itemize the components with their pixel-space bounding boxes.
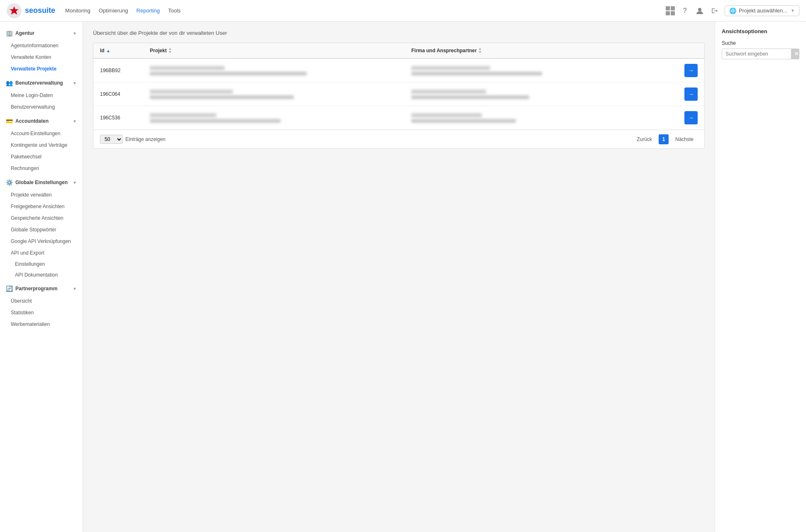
row3-projekt-line2 (150, 119, 281, 123)
pagination-bar: 50 25 100 Einträge anzeigen Zurück 1 Näc… (93, 130, 704, 148)
sidebar-section-header-benutzerverwaltung[interactable]: 👥 Benutzerverwaltung ▼ (0, 76, 83, 90)
row1-firma-line1 (411, 66, 490, 70)
globale-einstellungen-icon: ⚙️ (6, 179, 13, 186)
sidebar-item-meine-login-daten[interactable]: Meine Login-Daten (0, 90, 83, 101)
search-label: Suche (722, 40, 799, 46)
row1-navigate-button[interactable]: → (684, 64, 698, 77)
row2-firma-line2 (411, 95, 529, 99)
grid-view-icon[interactable] (666, 6, 675, 15)
search-input-wrap: ✕ (722, 49, 799, 59)
accountdaten-chevron: ▼ (73, 119, 77, 124)
sidebar-item-google-api[interactable]: Google API Verknüpfungen (0, 236, 83, 247)
user-icon[interactable] (695, 6, 705, 16)
sidebar-item-agenturinformationen[interactable]: Agenturinformationen (0, 40, 83, 51)
benutzerverwaltung-icon: 👥 (6, 80, 13, 86)
table-row: 196C064 → (93, 83, 704, 106)
row3-id: 196C536 (100, 115, 150, 121)
row3-projekt (150, 113, 411, 123)
sort-arrows-firma: ▲▼ (479, 47, 482, 54)
svg-point-2 (698, 8, 701, 11)
sort-arrows-projekt: ▲▼ (169, 47, 172, 54)
row2-firma (411, 90, 673, 99)
sidebar-item-verwaltete-konten[interactable]: Verwaltete Konten (0, 51, 83, 63)
row2-navigate-button[interactable]: → (684, 87, 698, 101)
sidebar-section-header-accountdaten[interactable]: 💳 Accountdaten ▼ (0, 114, 83, 128)
partnerprogramm-label: Partnerprogramm (15, 286, 57, 292)
nav-optimierung[interactable]: Optimierung (99, 6, 128, 15)
project-selector[interactable]: 🌐 Projekt auswählen... ▼ (725, 5, 799, 16)
help-icon[interactable]: ? (680, 6, 690, 16)
row1-projekt-line1 (150, 66, 225, 70)
search-input[interactable] (722, 49, 791, 59)
sidebar-item-account-einstellungen[interactable]: Account-Einstellungen (0, 128, 83, 139)
per-page-label: Einträge anzeigen (125, 136, 166, 142)
sidebar-item-projekte-verwalten[interactable]: Projekte verwalten (0, 189, 83, 201)
th-firma[interactable]: Firma und Ansprechpartner ▲▼ (411, 47, 673, 54)
row1-action: → (673, 64, 698, 77)
benutzerverwaltung-label: Benutzerverwaltung (15, 80, 63, 86)
per-page-dropdown[interactable]: 50 25 100 (100, 135, 123, 144)
sidebar-item-werbematerialien[interactable]: Werbematerialien (0, 318, 83, 330)
agentur-icon: 🏢 (6, 30, 13, 36)
sidebar-section-header-agentur[interactable]: 🏢 Agentur ▼ (0, 27, 83, 40)
sidebar-section-agentur: 🏢 Agentur ▼ Agenturinformationen Verwalt… (0, 27, 83, 75)
logo-text: seosuite (25, 6, 55, 15)
sidebar-item-gespeicherte-ansichten[interactable]: Gespeicherte Ansichten (0, 212, 83, 224)
row1-projekt (150, 66, 411, 75)
project-selector-label: Projekt auswählen... (739, 7, 787, 14)
nav-reporting[interactable]: Reporting (137, 6, 160, 15)
sidebar-item-rechnungen[interactable]: Rechnungen (0, 163, 83, 174)
accountdaten-icon: 💳 (6, 118, 13, 124)
agentur-label: Agentur (15, 30, 34, 36)
sidebar-item-statistiken[interactable]: Statistiken (0, 307, 83, 318)
sidebar-item-freigegebene-ansichten[interactable]: Freigegebene Ansichten (0, 201, 83, 212)
sidebar-item-einstellungen[interactable]: Einstellungen (0, 259, 83, 270)
row2-id: 196C064 (100, 91, 150, 97)
sidebar-item-kontingente[interactable]: Kontingente und Verträge (0, 139, 83, 151)
row3-firma (411, 113, 673, 123)
sidebar-section-globale-einstellungen: ⚙️ Globale Einstellungen ▼ Projekte verw… (0, 176, 83, 280)
sidebar-section-partnerprogramm: 🔄 Partnerprogramm ▼ Übersicht Statistike… (0, 282, 83, 330)
sidebar-item-paketwechsel[interactable]: Paketwechsel (0, 151, 83, 163)
row2-projekt (150, 90, 411, 99)
right-panel-title: Ansichtsoptionen (722, 28, 799, 34)
sidebar-section-accountdaten: 💳 Accountdaten ▼ Account-Einstellungen K… (0, 114, 83, 174)
header-right: ? 🌐 Projekt auswählen... ▼ (666, 5, 799, 16)
page-subtitle: Übersicht über die Projekte der von dir … (93, 30, 705, 36)
nav-tools[interactable]: Tools (168, 6, 181, 15)
row2-firma-line1 (411, 90, 486, 94)
row3-navigate-button[interactable]: → (684, 111, 698, 124)
sidebar-item-globale-stoppwoerter[interactable]: Globale Stoppwörter (0, 224, 83, 236)
row3-firma-line2 (411, 119, 516, 123)
logo-icon (7, 3, 22, 18)
accountdaten-label: Accountdaten (15, 118, 49, 124)
sidebar-item-verwaltete-projekte[interactable]: Verwaltete Projekte (0, 63, 83, 75)
sidebar-item-api-dokumentation[interactable]: API Dokumentation (0, 270, 83, 280)
sidebar-section-header-globale-einstellungen[interactable]: ⚙️ Globale Einstellungen ▼ (0, 176, 83, 189)
th-projekt[interactable]: Projekt ▲▼ (150, 47, 411, 54)
row2-action: → (673, 87, 698, 101)
current-page: 1 (659, 134, 669, 144)
row1-firma-line2 (411, 72, 542, 75)
sidebar-section-benutzerverwaltung: 👥 Benutzerverwaltung ▼ Meine Login-Daten… (0, 76, 83, 113)
globale-einstellungen-label: Globale Einstellungen (15, 180, 68, 185)
next-button[interactable]: Nächste (671, 135, 698, 143)
sidebar-section-header-partnerprogramm[interactable]: 🔄 Partnerprogramm ▼ (0, 282, 83, 295)
th-id[interactable]: Id ▲ (100, 48, 150, 53)
th-id-label: Id (100, 48, 105, 53)
main-nav: Monitoring Optimierung Reporting Tools (65, 6, 666, 15)
nav-monitoring[interactable]: Monitoring (65, 6, 90, 15)
sidebar-item-benutzerverwaltung[interactable]: Benutzerverwaltung (0, 101, 83, 113)
sidebar-item-uebersicht[interactable]: Übersicht (0, 295, 83, 307)
page-layout: 🏢 Agentur ▼ Agenturinformationen Verwalt… (0, 22, 806, 532)
sidebar: 🏢 Agentur ▼ Agenturinformationen Verwalt… (0, 22, 83, 532)
sidebar-item-api-export[interactable]: API und Export (0, 247, 83, 259)
header: seosuite Monitoring Optimierung Reportin… (0, 0, 806, 22)
logout-icon[interactable] (710, 6, 720, 16)
back-button[interactable]: Zurück (633, 135, 656, 143)
logo[interactable]: seosuite (7, 3, 55, 18)
table-row: 196C536 → (93, 106, 704, 130)
search-clear-button[interactable]: ✕ (791, 49, 799, 59)
table-row: 196BB92 → (93, 59, 704, 83)
th-projekt-label: Projekt (150, 48, 167, 53)
